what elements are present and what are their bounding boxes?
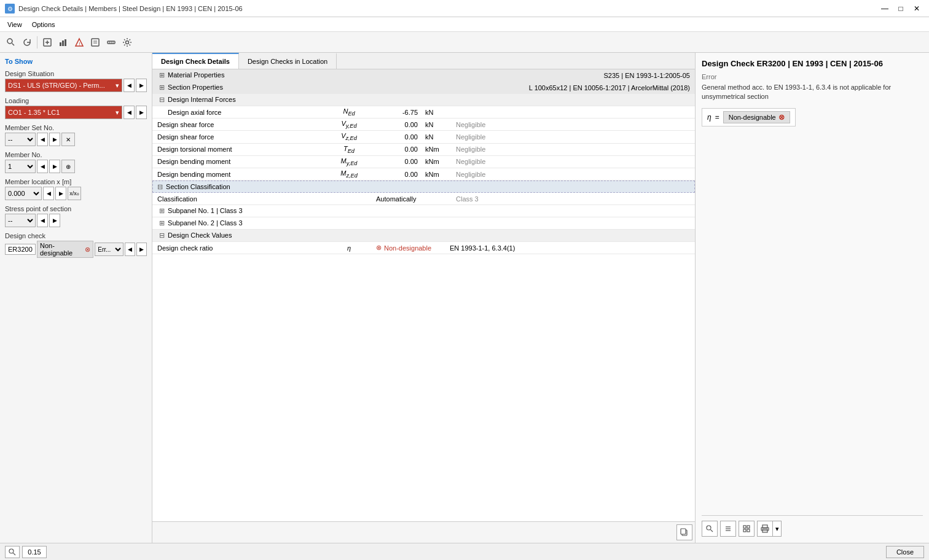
toolbar-chart-btn[interactable] bbox=[56, 35, 71, 50]
menu-view[interactable]: View bbox=[2, 20, 27, 29]
tab-design-check-details[interactable]: Design Check Details bbox=[152, 53, 239, 69]
axial-force-unit: kN bbox=[423, 107, 453, 117]
design-check-prev[interactable]: ◀ bbox=[125, 243, 135, 256]
tree-table: ⊞ Material Properties S235 | EN 1993-1-1… bbox=[152, 69, 695, 521]
shear-force-vy-symbol: Vy,Ed bbox=[324, 119, 374, 130]
menu-bar: View Options bbox=[0, 17, 929, 32]
right-btn-print-dropdown[interactable]: ▾ bbox=[773, 521, 782, 537]
to-show-title: To Show bbox=[5, 58, 147, 65]
right-btn-print[interactable] bbox=[757, 521, 773, 537]
axial-force-value: -6.75 bbox=[374, 107, 423, 117]
svg-line-22 bbox=[710, 529, 713, 532]
section-material[interactable]: ⊞ Material Properties S235 | EN 1993-1-1… bbox=[152, 69, 695, 82]
design-situation-next[interactable]: ▶ bbox=[136, 79, 147, 92]
svg-rect-29 bbox=[747, 529, 750, 532]
section-prop-value: L 100x65x12 | EN 10056-1:2017 | ArcelorM… bbox=[324, 83, 695, 93]
material-expand-icon[interactable]: ⊞ bbox=[157, 71, 166, 79]
axial-force-row: Design axial force NEd -6.75 kN bbox=[152, 106, 695, 119]
stress-point-next[interactable]: ▶ bbox=[49, 214, 60, 227]
loading-dropdown[interactable]: CO1 - 1.35 * LC1 ▾ bbox=[5, 106, 122, 119]
svg-point-18 bbox=[126, 41, 129, 44]
member-no-pick[interactable]: ⊕ bbox=[61, 160, 75, 173]
right-btn-list[interactable] bbox=[720, 521, 736, 537]
internal-forces-expand-icon[interactable]: ⊟ bbox=[157, 96, 166, 104]
classification-unit bbox=[423, 198, 453, 200]
member-location-prev[interactable]: ◀ bbox=[43, 187, 54, 200]
member-set-select[interactable]: -- bbox=[5, 133, 36, 146]
design-situation-dropdown[interactable]: DS1 - ULS (STR/GEO) - Perm... ▾ bbox=[5, 79, 122, 92]
right-btn-grid[interactable] bbox=[739, 521, 755, 537]
window-close-button[interactable]: ✕ bbox=[909, 2, 924, 15]
member-location-pick[interactable]: x/x₀ bbox=[68, 187, 81, 200]
member-no-next[interactable]: ▶ bbox=[49, 160, 60, 173]
bending-my-row: Design bending moment My,Ed 0.00 kNm Neg… bbox=[152, 156, 695, 168]
shear-force-vy-label: Design shear force bbox=[152, 120, 324, 130]
loading-next[interactable]: ▶ bbox=[136, 106, 147, 119]
toolbar-settings-btn[interactable] bbox=[120, 35, 135, 50]
window-controls: — □ ✕ bbox=[877, 2, 924, 15]
section-prop-expand-icon[interactable]: ⊞ bbox=[157, 84, 166, 91]
toolbar-warning-btn[interactable]: ! bbox=[72, 35, 87, 50]
toolbar: ! bbox=[0, 32, 929, 53]
internal-forces-header[interactable]: ⊟ Design Internal Forces bbox=[152, 94, 695, 106]
right-btn-search[interactable] bbox=[702, 521, 718, 537]
check-ratio-ref: EN 1993-1-1, 6.3.4(1) bbox=[447, 243, 695, 253]
classification-label: Classification bbox=[152, 194, 324, 204]
toolbar-search-btn[interactable] bbox=[4, 35, 18, 50]
member-set-prev[interactable]: ◀ bbox=[37, 133, 48, 146]
design-check-values-header[interactable]: ⊟ Design Check Values bbox=[152, 230, 695, 242]
check-values-expand-icon[interactable]: ⊟ bbox=[157, 231, 166, 239]
axial-force-label: Design axial force bbox=[152, 107, 324, 117]
design-check-next[interactable]: ▶ bbox=[136, 243, 147, 256]
bending-my-value: 0.00 bbox=[374, 157, 423, 166]
member-set-next[interactable]: ▶ bbox=[49, 133, 60, 146]
check-values-label: ⊟ Design Check Values bbox=[152, 230, 324, 241]
section-properties[interactable]: ⊞ Section Properties L 100x65x12 | EN 10… bbox=[152, 82, 695, 94]
shear-force-vz-symbol: Vz,Ed bbox=[324, 131, 374, 142]
status-value: 0.15 bbox=[22, 546, 47, 558]
torsional-moment-value: 0.00 bbox=[374, 144, 423, 154]
right-bottom-toolbar: ▾ bbox=[702, 515, 923, 537]
shear-force-vz-note: Negligible bbox=[453, 132, 695, 142]
member-no-prev[interactable]: ◀ bbox=[37, 160, 48, 173]
design-situation-label: Design Situation bbox=[5, 70, 147, 77]
close-button[interactable]: Close bbox=[886, 546, 924, 558]
check-ratio-row: Design check ratio η ⊗ Non-designable EN… bbox=[152, 242, 695, 254]
stress-point-label: Stress point of section bbox=[5, 205, 147, 212]
member-set-clear[interactable]: ✕ bbox=[61, 133, 75, 146]
status-search-btn[interactable] bbox=[5, 546, 20, 558]
toolbar-notes-btn[interactable] bbox=[88, 35, 103, 50]
loading-prev[interactable]: ◀ bbox=[123, 106, 135, 119]
left-panel: To Show Design Situation DS1 - ULS (STR/… bbox=[0, 53, 152, 543]
toolbar-measure-btn[interactable] bbox=[104, 35, 119, 50]
subpanel-2-expand-icon[interactable]: ⊞ bbox=[157, 219, 166, 227]
member-location-next[interactable]: ▶ bbox=[55, 187, 66, 200]
minimize-button[interactable]: — bbox=[877, 2, 892, 15]
design-check-status: Non-designable ⊗ bbox=[37, 241, 93, 258]
maximize-button[interactable]: □ bbox=[893, 2, 908, 15]
design-situation-prev[interactable]: ◀ bbox=[123, 79, 135, 92]
member-no-select[interactable]: 1 bbox=[5, 160, 36, 173]
member-location-select[interactable]: 0.000 bbox=[5, 187, 42, 200]
subpanel-1-label: ⊞ Subpanel No. 1 | Class 3 bbox=[152, 206, 324, 216]
tab-design-checks-location[interactable]: Design Checks in Location bbox=[239, 53, 337, 69]
subpanel-1-expand-icon[interactable]: ⊞ bbox=[157, 207, 166, 215]
torsional-moment-note: Negligible bbox=[453, 144, 695, 154]
right-panel-title: Design Check ER3200 | EN 1993 | CEN | 20… bbox=[702, 59, 923, 68]
classification-expand-icon[interactable]: ⊟ bbox=[155, 183, 164, 191]
member-set-row: -- ◀ ▶ ✕ bbox=[5, 133, 147, 146]
status-error-icon: ⊗ bbox=[85, 246, 90, 254]
center-copy-btn[interactable] bbox=[676, 524, 692, 540]
subpanel-2-row: ⊞ Subpanel No. 2 | Class 3 bbox=[152, 217, 695, 230]
toolbar-refresh-btn[interactable] bbox=[20, 35, 34, 50]
title-bar: ⚙ Design Check Details | Members | Steel… bbox=[0, 0, 929, 17]
shear-force-vz-unit: kN bbox=[423, 132, 453, 142]
main-content: To Show Design Situation DS1 - ULS (STR/… bbox=[0, 53, 929, 543]
stress-point-select[interactable]: -- bbox=[5, 214, 36, 227]
design-check-note-select[interactable]: Err... bbox=[95, 243, 123, 256]
menu-options[interactable]: Options bbox=[27, 20, 60, 29]
toolbar-export-btn[interactable] bbox=[40, 35, 55, 50]
stress-point-prev[interactable]: ◀ bbox=[37, 214, 48, 227]
svg-rect-8 bbox=[62, 41, 64, 46]
formula-symbol: η bbox=[707, 113, 711, 122]
